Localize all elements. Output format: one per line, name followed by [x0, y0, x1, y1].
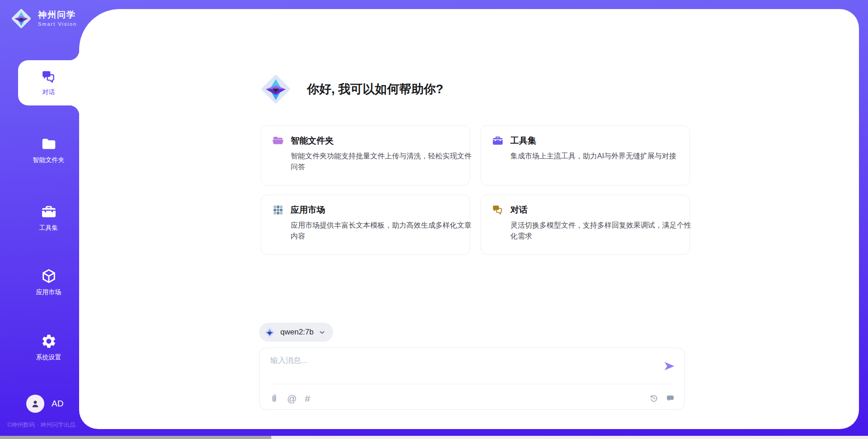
sidebar-item-label: 对话	[42, 88, 55, 96]
card-title: 智能文件夹	[291, 135, 334, 147]
main-panel: 你好, 我可以如何帮助你? 智能文件夹 智能文件夹功能支持批量文件上传与清洗，轻…	[79, 9, 859, 429]
horizontal-scrollbar[interactable]	[0, 436, 868, 439]
card-description: 应用市场提供丰富长文本模板，助力高效生成多样化文章内容	[291, 220, 472, 242]
message-composer: @ #	[259, 348, 685, 410]
send-button[interactable]	[663, 360, 676, 373]
chat-bubble-icon[interactable]	[666, 394, 675, 403]
hash-icon[interactable]: #	[305, 394, 310, 403]
copyright-footer: ©神州数码 · 神州问学出品	[7, 421, 75, 429]
message-input[interactable]	[269, 354, 633, 382]
sidebar-item-settings[interactable]: 系统设置	[18, 329, 79, 366]
sidebar-item-chat[interactable]: 对话	[18, 60, 79, 105]
model-diamond-icon	[264, 326, 276, 339]
sidebar-item-label: 工具集	[39, 224, 58, 232]
folder-icon	[41, 136, 57, 152]
card-description: 集成市场上主流工具，助力AI与外界无缝扩展与对接	[510, 151, 691, 162]
grid-cube-icon	[272, 204, 284, 216]
person-icon	[30, 398, 41, 409]
chat-bubbles-icon	[492, 204, 504, 216]
sidebar-item-label: 智能文件夹	[33, 156, 65, 164]
greeting-title: 你好, 我可以如何帮助你?	[307, 81, 443, 97]
briefcase-icon	[492, 135, 504, 147]
user-account[interactable]: AD	[26, 395, 63, 413]
toolbox-icon	[41, 204, 57, 220]
brand-name: 神州问学	[38, 10, 77, 20]
horizontal-scrollbar-thumb[interactable]	[0, 436, 271, 439]
brand-logo: 神州问学 Smart Vision	[10, 7, 77, 30]
cube-icon	[41, 268, 57, 284]
sidebar-item-smart-folder[interactable]: 智能文件夹	[18, 131, 79, 168]
sidebar-item-label: 系统设置	[36, 353, 61, 362]
avatar	[26, 395, 44, 413]
send-icon	[663, 360, 676, 372]
greeting-section: 你好, 我可以如何帮助你?	[259, 72, 443, 106]
card-description: 灵活切换多模型文件，支持多样回复效果调试，满足个性化需求	[510, 220, 691, 242]
card-title: 工具集	[510, 135, 536, 147]
brand-subtitle: Smart Vision	[38, 21, 77, 27]
open-folder-icon	[272, 135, 284, 147]
sidebar-item-label: 应用市场	[36, 288, 61, 296]
model-name: qwen2:7b	[280, 328, 314, 337]
model-selector[interactable]: qwen2:7b	[259, 323, 333, 342]
card-app-market[interactable]: 应用市场 应用市场提供丰富长文本模板，助力高效生成多样化文章内容	[261, 195, 470, 255]
card-description: 智能文件夹功能支持批量文件上传与清洗，轻松实现文件问答	[291, 151, 472, 172]
card-chat[interactable]: 对话 灵活切换多模型文件，支持多样回复效果调试，满足个性化需求	[481, 195, 690, 255]
history-icon[interactable]	[649, 394, 659, 403]
card-title: 对话	[510, 204, 528, 216]
brand-diamond-icon	[10, 7, 33, 30]
at-sign-icon[interactable]: @	[287, 394, 297, 403]
assistant-diamond-icon	[259, 72, 292, 106]
feature-cards: 智能文件夹 智能文件夹功能支持批量文件上传与清洗，轻松实现文件问答 工具集 集成…	[261, 125, 690, 255]
composer-divider	[269, 384, 675, 384]
card-toolset[interactable]: 工具集 集成市场上主流工具，助力AI与外界无缝扩展与对接	[481, 125, 690, 186]
card-smart-folder[interactable]: 智能文件夹 智能文件夹功能支持批量文件上传与清洗，轻松实现文件问答	[261, 125, 470, 186]
sidebar-item-toolset[interactable]: 工具集	[18, 199, 79, 236]
gear-icon	[41, 333, 57, 349]
chat-icon	[41, 69, 57, 85]
card-title: 应用市场	[291, 204, 325, 216]
paperclip-icon[interactable]	[269, 394, 279, 403]
chevron-down-icon	[318, 329, 326, 336]
user-initials: AD	[52, 399, 63, 409]
sidebar-item-app-market[interactable]: 应用市场	[18, 263, 79, 301]
